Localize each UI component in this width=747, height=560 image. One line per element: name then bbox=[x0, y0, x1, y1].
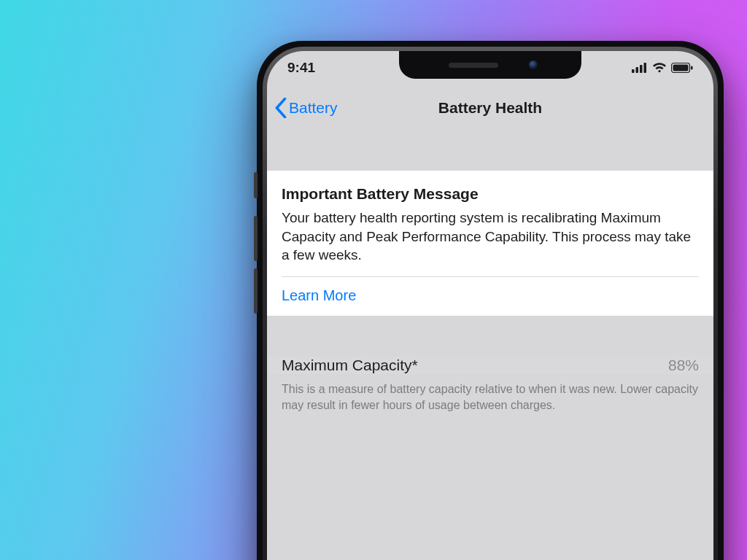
svg-rect-6 bbox=[691, 66, 693, 70]
battery-icon bbox=[671, 63, 693, 73]
back-button[interactable]: Battery bbox=[267, 98, 338, 118]
maximum-capacity-row[interactable]: Maximum Capacity* 88% bbox=[267, 357, 713, 374]
nav-header: Battery Battery Health bbox=[267, 89, 713, 127]
svg-rect-0 bbox=[632, 69, 635, 73]
silence-switch bbox=[254, 172, 258, 198]
screen: 9:41 bbox=[267, 51, 713, 560]
chevron-left-icon bbox=[274, 98, 287, 118]
cellular-icon bbox=[632, 63, 648, 73]
svg-rect-2 bbox=[640, 65, 643, 73]
maximum-capacity-value: 88% bbox=[668, 357, 699, 374]
status-bar: 9:41 bbox=[267, 51, 713, 85]
phone-rim: 9:41 bbox=[263, 47, 718, 560]
back-label: Battery bbox=[289, 99, 338, 117]
status-right bbox=[632, 63, 693, 73]
volume-up-button bbox=[254, 216, 258, 261]
content: Important Battery Message Your battery h… bbox=[267, 130, 713, 560]
svg-rect-3 bbox=[644, 63, 647, 73]
svg-rect-1 bbox=[636, 67, 639, 73]
battery-message-title: Important Battery Message bbox=[282, 185, 699, 203]
battery-message-body: Your battery health reporting system is … bbox=[282, 209, 699, 276]
learn-more-link[interactable]: Learn More bbox=[267, 277, 713, 316]
wifi-icon bbox=[652, 63, 667, 73]
phone-frame: 9:41 bbox=[257, 41, 724, 560]
maximum-capacity-label: Maximum Capacity* bbox=[282, 357, 418, 374]
battery-message-card: Important Battery Message Your battery h… bbox=[267, 171, 713, 316]
volume-down-button bbox=[254, 268, 258, 314]
maximum-capacity-footnote: This is a measure of battery capacity re… bbox=[267, 374, 713, 413]
status-time: 9:41 bbox=[287, 60, 315, 76]
svg-rect-5 bbox=[673, 65, 689, 71]
